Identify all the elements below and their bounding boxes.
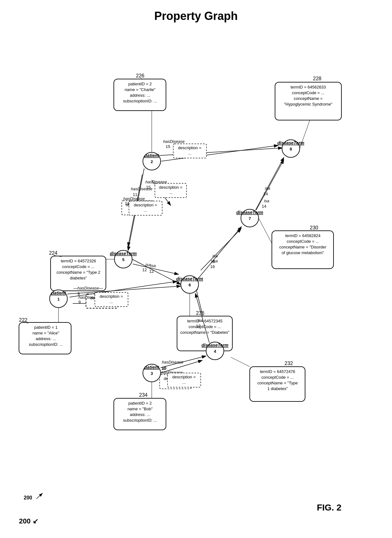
svg-text:5: 5 <box>122 257 124 262</box>
svg-line-117 <box>259 218 272 243</box>
svg-text:isa: isa <box>265 186 270 191</box>
svg-line-140 <box>132 259 181 284</box>
svg-text:hasDisease: hasDisease <box>131 186 152 191</box>
svg-text:isa: isa <box>150 263 156 268</box>
svg-text:hasDisease: hasDisease <box>123 196 145 201</box>
svg-text:230: 230 <box>310 225 318 230</box>
svg-text:14: 14 <box>262 204 266 209</box>
svg-text:isa: isa <box>212 254 218 258</box>
svg-text:hasDisease: hasDisease <box>162 360 183 364</box>
svg-text:diseaseTerm: diseaseTerm <box>110 251 137 256</box>
svg-line-159 <box>36 493 43 499</box>
svg-text:patientID = 1: patientID = 1 <box>34 325 58 330</box>
svg-text:226: 226 <box>136 73 144 78</box>
svg-text:diseaseTerm: diseaseTerm <box>277 140 304 145</box>
svg-line-146 <box>255 157 284 210</box>
svg-text:subscrioptionID: ...: subscrioptionID: ... <box>123 418 157 423</box>
svg-text:3: 3 <box>150 371 153 376</box>
svg-text:9: 9 <box>78 300 81 304</box>
svg-text:subscrioptionID: ...: subscrioptionID: ... <box>29 342 63 347</box>
svg-text:1 diabetes": 1 diabetes" <box>267 386 288 391</box>
svg-text:address: ...: address: ... <box>36 336 56 341</box>
svg-text:7: 7 <box>248 216 251 221</box>
svg-text:224: 224 <box>49 250 58 256</box>
svg-text:conceptCode = ...: conceptCode = ... <box>292 90 324 95</box>
svg-text:patient: patient <box>51 290 66 296</box>
svg-text:12: 12 <box>142 267 147 272</box>
svg-text:16: 16 <box>210 264 215 269</box>
svg-text:diseaseTerm: diseaseTerm <box>236 210 263 215</box>
svg-text:termID = 64562633: termID = 64562633 <box>291 85 326 89</box>
fig-label: FIG. 2 <box>317 503 341 513</box>
svg-text:of glucose metabolism": of glucose metabolism" <box>282 250 324 255</box>
svg-text:11: 11 <box>133 192 137 197</box>
svg-text:conceptName =: conceptName = <box>294 96 322 101</box>
svg-text:13: 13 <box>196 324 200 328</box>
svg-text:200: 200 <box>24 495 32 500</box>
svg-text:...: ... <box>182 380 186 385</box>
svg-text:6: 6 <box>188 283 191 287</box>
svg-text:232: 232 <box>285 361 293 366</box>
svg-text:—hasDisease—: —hasDisease— <box>73 286 103 290</box>
svg-text:description =: description = <box>178 145 201 150</box>
svg-text:222: 222 <box>19 317 28 323</box>
svg-text:name = "Alice": name = "Alice" <box>33 331 59 335</box>
svg-text:description =: description = <box>134 203 157 207</box>
svg-text:conceptName = "Type 2: conceptName = "Type 2 <box>57 270 101 275</box>
svg-text:"Hypoglycemic Syndrome": "Hypoglycemic Syndrome" <box>284 102 332 107</box>
svg-text:228: 228 <box>313 76 322 81</box>
svg-text:name = "Bob": name = "Bob" <box>127 407 153 411</box>
svg-text:subscrioptionID: ...: subscrioptionID: ... <box>123 99 157 103</box>
svg-text:2: 2 <box>150 159 153 164</box>
svg-text:4: 4 <box>214 349 216 354</box>
svg-text:14: 14 <box>263 192 268 196</box>
svg-line-31 <box>201 229 241 270</box>
svg-text:termID = 64572476: termID = 64572476 <box>260 369 295 374</box>
svg-text:description =: description = <box>100 294 123 299</box>
svg-text:...: ... <box>110 299 113 304</box>
svg-text:patientID = 2: patientID = 2 <box>128 82 152 86</box>
svg-text:conceptCode = ...: conceptCode = ... <box>287 239 319 244</box>
svg-text:termID = 64582824: termID = 64582824 <box>285 233 321 238</box>
fig-number-text: 200 <box>19 517 31 525</box>
svg-text:description =: description = <box>159 185 182 190</box>
svg-text:diabetes": diabetes" <box>70 276 87 280</box>
svg-text:9: 9 <box>77 291 80 296</box>
svg-text:8: 8 <box>290 147 292 151</box>
svg-text:isa: isa <box>264 199 269 203</box>
svg-line-105 <box>231 357 250 367</box>
svg-text:diseaseTerm: diseaseTerm <box>201 343 228 348</box>
svg-text:address: ...: address: ... <box>130 93 150 98</box>
svg-text:16: 16 <box>211 259 215 264</box>
svg-text:patient: patient <box>144 365 159 370</box>
svg-text:conceptCode = ...: conceptCode = ... <box>62 264 95 269</box>
svg-text:hasDisease: hasDisease <box>145 180 167 184</box>
svg-line-34 <box>256 160 284 210</box>
svg-text:15: 15 <box>166 144 170 149</box>
svg-text:hasDisease: hasDisease <box>163 139 185 144</box>
svg-line-121 <box>300 120 310 149</box>
fig-number-arrow: ↙ <box>33 517 38 525</box>
svg-text:...: ... <box>169 190 173 195</box>
svg-text:12: 12 <box>149 269 154 274</box>
svg-text:conceptName = "Diabetes": conceptName = "Diabetes" <box>180 330 230 335</box>
svg-text:...: ... <box>188 151 192 156</box>
svg-text:10: 10 <box>162 366 166 370</box>
svg-text:description =: description = <box>172 375 196 379</box>
fig-number: 200 ↙ <box>19 517 38 525</box>
svg-text:termID = 64572326: termID = 64572326 <box>61 259 96 263</box>
svg-text:patient: patient <box>144 153 159 158</box>
svg-text:conceptName = "Disorder: conceptName = "Disorder <box>279 245 327 249</box>
svg-text:patientID = 2: patientID = 2 <box>128 401 152 406</box>
svg-text:isa: isa <box>198 318 203 323</box>
svg-text:termID = 64572345: termID = 64572345 <box>187 319 223 323</box>
svg-text:conceptCode = ...: conceptCode = ... <box>261 375 294 380</box>
page-title: Property Graph <box>0 9 392 23</box>
svg-text:1: 1 <box>57 297 59 302</box>
svg-text:address: ...: address: ... <box>130 412 150 417</box>
svg-text:...: ... <box>144 208 147 213</box>
svg-line-143 <box>198 227 242 279</box>
svg-text:name = "Charlie": name = "Charlie" <box>125 87 156 92</box>
svg-text:conceptName = "Type: conceptName = "Type <box>257 381 298 385</box>
svg-text:234: 234 <box>139 392 148 398</box>
